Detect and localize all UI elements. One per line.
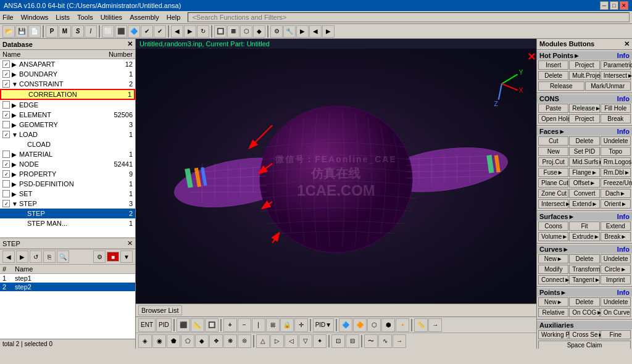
- module-btn-2-5-0[interactable]: Zone Cut: [538, 189, 568, 198]
- module-btn-6-0-0[interactable]: Working P►: [538, 330, 568, 339]
- btm-cross[interactable]: ✛: [294, 318, 308, 332]
- module-info-btn-5[interactable]: Info: [617, 289, 630, 296]
- module-info-btn-1[interactable]: Info: [617, 95, 630, 102]
- module-btn-1-0-1[interactable]: Release►: [569, 104, 599, 113]
- db-row[interactable]: ✓▼STEP3: [0, 199, 135, 209]
- db-row[interactable]: ✓▼CONSTRAINT2: [0, 79, 135, 89]
- toolbar-extra5[interactable]: ▶: [322, 25, 335, 38]
- menu-help[interactable]: Help: [167, 14, 181, 21]
- btm2-tri4[interactable]: ▽: [299, 334, 312, 348]
- step-copy-btn[interactable]: ⎘: [43, 250, 56, 263]
- module-btn-2-6-1[interactable]: Extend►: [569, 199, 599, 209]
- module-btn-4-0-1[interactable]: Delete: [569, 254, 599, 263]
- db-row[interactable]: ▶EDGE: [0, 100, 135, 110]
- module-btn-3-1-1[interactable]: Extrude►: [569, 232, 599, 241]
- btm2-4[interactable]: ⬠: [181, 334, 194, 348]
- module-btn-0-1-2[interactable]: Intersect►: [601, 71, 631, 80]
- module-btn-0-2-1[interactable]: Mark/Unmar: [585, 81, 631, 91]
- module-btn-1-1-1[interactable]: Project: [569, 114, 599, 123]
- module-section-title-4[interactable]: Curves► Info: [537, 245, 632, 254]
- step-close-button[interactable]: ✕: [127, 239, 133, 247]
- btm2-8[interactable]: ❊: [238, 334, 251, 348]
- module-btn-5-1-2[interactable]: On Curve: [601, 308, 631, 317]
- module-btn-2-3-1[interactable]: Flange►: [569, 168, 599, 177]
- btm2-tri2[interactable]: ▷: [270, 334, 284, 348]
- module-btn-4-2-0[interactable]: Connect►: [538, 275, 568, 284]
- db-checkbox[interactable]: [2, 190, 10, 197]
- module-btn-2-1-2[interactable]: Topo: [601, 147, 631, 156]
- module-btn-5-0-1[interactable]: Delete: [569, 297, 599, 307]
- db-checkbox[interactable]: ✓: [2, 160, 10, 168]
- btm2-6[interactable]: ❖: [209, 334, 223, 348]
- db-checkbox[interactable]: ✓: [2, 111, 10, 118]
- db-row[interactable]: ✓▶PROPERTY9: [0, 169, 135, 179]
- search-input[interactable]: [188, 12, 630, 22]
- module-btn-2-0-1[interactable]: Delete: [569, 136, 599, 146]
- module-info-btn-2[interactable]: Info: [617, 128, 630, 135]
- module-section-title-0[interactable]: Hot Points► Info: [537, 51, 632, 60]
- module-btn-2-3-0[interactable]: Fuse►: [538, 168, 568, 177]
- db-checkbox[interactable]: ✓: [2, 131, 10, 138]
- module-info-btn-3[interactable]: Info: [617, 213, 630, 220]
- btm-arrow[interactable]: →: [428, 318, 442, 332]
- btm2-rect1[interactable]: ⊡: [331, 334, 345, 348]
- db-expand[interactable]: ▶: [12, 181, 18, 188]
- module-btn-0-2-0[interactable]: Release: [538, 81, 584, 91]
- modules-close-button[interactable]: ✕: [624, 40, 630, 48]
- toolbar-view2[interactable]: 🔳: [227, 25, 239, 38]
- toolbar-mesh1[interactable]: ⬜: [102, 25, 114, 38]
- module-section-title-5[interactable]: Points► Info: [537, 288, 632, 297]
- btm-line[interactable]: |: [252, 318, 265, 332]
- module-btn-2-0-0[interactable]: Cut: [538, 136, 568, 146]
- module-btn-6-0-2[interactable]: Fine: [601, 330, 631, 339]
- btm-pid2[interactable]: PID▼: [313, 318, 335, 332]
- toolbar-S[interactable]: S: [72, 25, 84, 38]
- db-expand[interactable]: ▶: [12, 102, 18, 109]
- toolbar-I[interactable]: I: [85, 25, 97, 38]
- db-checkbox[interactable]: ✓: [2, 70, 10, 78]
- module-btn-2-6-2[interactable]: Orient►: [601, 199, 631, 209]
- btm2-star[interactable]: ✦: [313, 334, 326, 348]
- module-btn-1-0-2[interactable]: Fill Hole: [601, 104, 631, 113]
- btm2-5[interactable]: ◆: [195, 334, 209, 348]
- module-btn-4-2-1[interactable]: Tangent►: [569, 275, 599, 284]
- step-red-btn[interactable]: ■: [107, 252, 119, 262]
- module-btn-4-1-1[interactable]: Transform: [569, 265, 599, 274]
- db-row[interactable]: ▶GEOMETRY3: [0, 120, 135, 130]
- db-expand[interactable]: ▶: [12, 151, 18, 158]
- module-btn-3-0-1[interactable]: Fit: [569, 221, 599, 231]
- toolbar-arrow2[interactable]: ▶: [184, 25, 196, 38]
- maximize-button[interactable]: □: [610, 1, 618, 10]
- btm-icon2[interactable]: 📐: [191, 318, 204, 332]
- toolbar-mesh5[interactable]: ✔: [154, 25, 166, 38]
- browser-list-label[interactable]: Browser List: [138, 305, 182, 315]
- module-btn-4-2-2[interactable]: Imprint: [601, 275, 631, 284]
- module-btn-0-0-2[interactable]: Parametrical: [601, 60, 631, 70]
- db-expand[interactable]: ▼: [12, 81, 18, 88]
- module-btn-4-0-2[interactable]: Undelete: [601, 254, 631, 263]
- btm-pid[interactable]: PID: [156, 318, 172, 332]
- step-back-btn[interactable]: ◀: [2, 250, 15, 263]
- db-checkbox[interactable]: ✓: [2, 80, 10, 88]
- module-section-title-3[interactable]: Surfaces► Info: [537, 212, 632, 221]
- db-row[interactable]: STEP MAN...1: [0, 218, 135, 228]
- db-row[interactable]: ▶MATERIAL1: [0, 149, 135, 159]
- minimize-button[interactable]: ─: [600, 1, 609, 10]
- module-btn-0-0-0[interactable]: Insert: [538, 60, 568, 70]
- module-btn-2-1-0[interactable]: New: [538, 147, 568, 156]
- module-info-btn-0[interactable]: Info: [617, 52, 630, 59]
- menu-file[interactable]: File: [2, 14, 14, 21]
- btm-3d1[interactable]: 🔷: [339, 318, 352, 332]
- module-btn-1-0-0[interactable]: Paste: [538, 104, 568, 113]
- module-btn-2-1-1[interactable]: Set PID: [569, 147, 599, 156]
- db-row[interactable]: ✓▼LOAD1: [0, 130, 135, 139]
- menu-lists[interactable]: Lists: [56, 14, 70, 21]
- db-checkbox[interactable]: [2, 101, 10, 109]
- module-btn-2-4-0[interactable]: Plane Cut►: [538, 178, 568, 188]
- btm-3d4[interactable]: ⬢: [381, 318, 395, 332]
- toolbar-mesh3[interactable]: 🔷: [128, 25, 140, 38]
- db-row[interactable]: ✓▶ELEMENT52506: [0, 110, 135, 120]
- step-refresh-btn[interactable]: ↺: [30, 250, 42, 263]
- btm2-tri3[interactable]: ◁: [285, 334, 298, 348]
- btm2-1[interactable]: ◈: [138, 334, 152, 348]
